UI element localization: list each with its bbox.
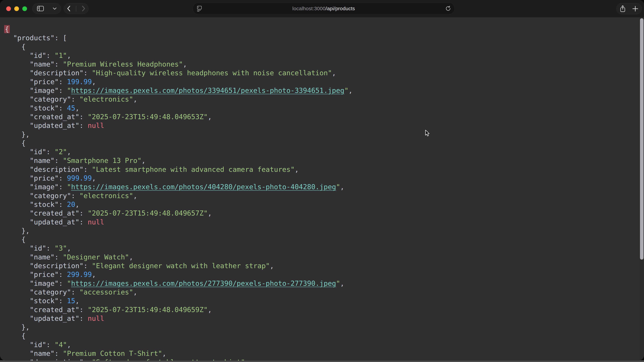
- json-punctuation: ,: [92, 174, 96, 182]
- json-string: "electronics": [79, 192, 133, 200]
- json-key: "stock": [30, 200, 59, 209]
- json-punctuation: ,: [332, 69, 336, 77]
- json-key: "description": [30, 262, 84, 270]
- json-punctuation: ,: [129, 253, 133, 261]
- json-punctuation: :: [71, 192, 79, 200]
- url-host: localhost:3000: [292, 6, 326, 11]
- back-button[interactable]: [67, 5, 70, 11]
- json-punctuation: :: [84, 165, 92, 173]
- browser-toolbar: localhost:3000/api/products: [0, 0, 644, 17]
- json-punctuation: ,: [67, 244, 71, 252]
- json-punctuation: :: [54, 350, 63, 358]
- json-key: "stock": [30, 104, 59, 112]
- json-punctuation: },: [22, 323, 30, 331]
- json-key: "description": [30, 358, 84, 361]
- back-icon: [67, 5, 70, 11]
- json-string: ": [67, 183, 71, 191]
- json-string: ": [344, 86, 348, 94]
- chevron-down-icon: [53, 7, 56, 10]
- json-string: "3": [54, 244, 67, 252]
- json-punctuation: {: [22, 332, 26, 340]
- json-punctuation: ,: [162, 350, 166, 358]
- json-key: "image": [30, 86, 59, 94]
- json-number: 45: [67, 104, 75, 112]
- json-key: "image": [30, 279, 59, 287]
- json-punctuation: :: [79, 113, 88, 121]
- json-key: "price": [30, 271, 59, 279]
- json-punctuation: ,: [75, 297, 80, 305]
- sidebar-icon: [37, 6, 44, 11]
- json-key: "created_at": [30, 113, 79, 121]
- image-url-link[interactable]: https://images.pexels.com/photos/3394651…: [71, 86, 344, 94]
- json-string: "High-quality wireless headphones with n…: [92, 69, 332, 77]
- json-string: "Smartphone 13 Pro": [63, 157, 142, 165]
- sidebar-toggle-button[interactable]: [37, 6, 44, 11]
- json-punctuation: ,: [348, 86, 353, 94]
- url-path: /api/products: [326, 6, 355, 11]
- mouse-cursor: [425, 130, 429, 137]
- json-string: "Premium Cotton T-Shirt": [63, 350, 162, 358]
- minimize-window-button[interactable]: [14, 6, 19, 11]
- scrollbar-thumb[interactable]: [640, 18, 644, 260]
- scrollbar-track[interactable]: [639, 17, 644, 361]
- json-number: 299.99: [67, 271, 92, 279]
- json-punctuation: ,: [340, 279, 344, 287]
- json-key: "name": [30, 350, 54, 358]
- json-punctuation: },: [22, 130, 30, 138]
- json-punctuation: ,: [67, 341, 71, 349]
- json-punctuation: :: [79, 306, 88, 314]
- json-key: "stock": [30, 297, 59, 305]
- address-bar[interactable]: localhost:3000/api/products: [193, 3, 455, 14]
- json-punctuation: :: [46, 341, 54, 349]
- page-content: { "products": [ { "id": "1", "name": "Pr…: [0, 17, 644, 361]
- reload-button[interactable]: [445, 5, 451, 12]
- json-punctuation: :: [54, 60, 63, 68]
- image-url-link[interactable]: https://images.pexels.com/photos/277390/…: [71, 279, 336, 287]
- json-string: ": [336, 279, 340, 287]
- share-icon: [620, 5, 626, 12]
- json-key: "id": [30, 244, 46, 252]
- json-number: 15: [67, 297, 75, 305]
- image-url-link[interactable]: https://images.pexels.com/photos/404280/…: [71, 183, 336, 191]
- sidebar-button-group: [32, 3, 61, 14]
- json-punctuation: ,: [133, 288, 137, 296]
- forward-icon: [82, 5, 86, 11]
- json-key: "category": [30, 288, 71, 296]
- forward-button[interactable]: [82, 5, 86, 11]
- json-key: "name": [30, 60, 54, 68]
- zoom-window-button[interactable]: [22, 6, 27, 11]
- json-string: "Latest smartphone with advanced camera …: [92, 165, 295, 173]
- json-key: "id": [30, 148, 46, 156]
- json-key: "products": [13, 34, 54, 42]
- json-punctuation: :: [79, 121, 88, 130]
- json-punctuation: ,: [208, 209, 212, 217]
- json-punctuation: },: [22, 227, 30, 235]
- json-punctuation: {: [22, 236, 26, 244]
- share-button-group: [616, 3, 642, 14]
- json-punctuation: ,: [92, 271, 96, 279]
- window-controls: [6, 6, 27, 11]
- json-punctuation: :: [71, 95, 79, 103]
- navigation-button-group: [64, 3, 88, 14]
- json-punctuation: ,: [340, 183, 344, 191]
- url-display: localhost:3000/api/products: [193, 6, 454, 11]
- json-number: 999.99: [67, 174, 92, 182]
- json-punctuation: :: [84, 262, 92, 270]
- share-button[interactable]: [620, 5, 626, 12]
- close-window-button[interactable]: [6, 6, 11, 11]
- tab-group-chevron-button[interactable]: [53, 7, 56, 10]
- json-punctuation: :: [59, 183, 67, 191]
- json-string: ": [67, 86, 71, 94]
- json-punctuation: :: [59, 200, 67, 209]
- json-punctuation: ,: [142, 157, 146, 165]
- json-key: "price": [30, 174, 59, 182]
- page-settings-icon[interactable]: [197, 5, 202, 11]
- json-number: 20: [67, 200, 75, 209]
- json-string: "Soft and comfortable cotton t-shirt": [92, 358, 245, 361]
- json-string: ": [67, 279, 71, 287]
- new-tab-button[interactable]: [632, 6, 638, 12]
- json-string: "2025-07-23T15:49:48.049653Z": [88, 113, 208, 121]
- json-key: "image": [30, 183, 59, 191]
- json-string: "2": [54, 148, 67, 156]
- json-null: null: [88, 218, 104, 226]
